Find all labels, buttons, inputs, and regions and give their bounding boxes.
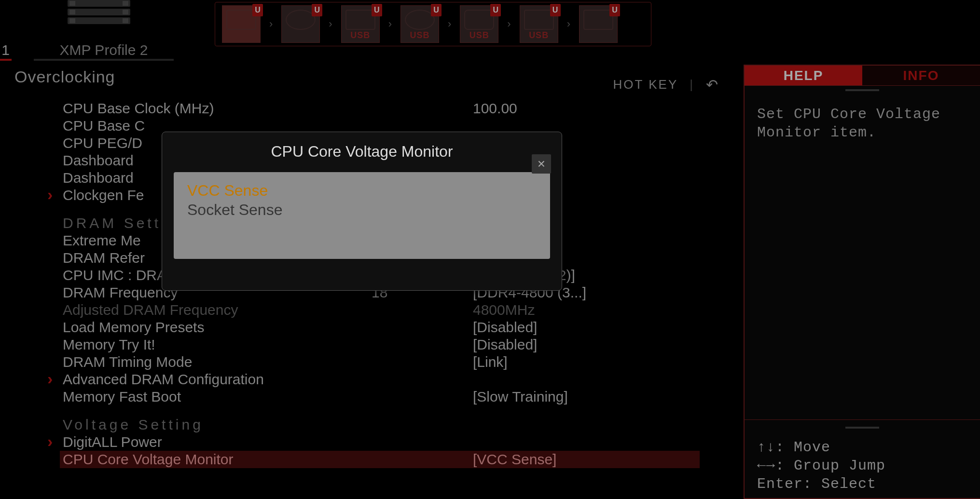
- setting-label: Adjusted DRAM Frequency: [63, 302, 372, 318]
- tab-xmp-profile-1[interactable]: 1: [0, 41, 12, 61]
- setting-row: Adjusted DRAM Frequency4800MHz: [63, 301, 700, 319]
- setting-label: Voltage Setting: [63, 417, 372, 433]
- setting-row[interactable]: CPU Core Voltage Monitor[VCC Sense]: [60, 451, 700, 468]
- help-text: Set CPU Core Voltage Monitor item.: [745, 94, 980, 152]
- disc-icon: [286, 10, 316, 30]
- boot-device-2[interactable]: USBU: [341, 5, 380, 43]
- drive-icon: [583, 10, 613, 30]
- uefi-badge: U: [372, 4, 382, 16]
- tab-help[interactable]: HELP: [745, 66, 862, 86]
- setting-row[interactable]: Memory Fast Boot[Slow Training]: [63, 388, 700, 405]
- boot-device-label: USB: [529, 30, 549, 40]
- uefi-badge: U: [431, 4, 442, 16]
- resize-grip-icon: [757, 427, 967, 434]
- boot-device-1[interactable]: U: [281, 5, 320, 43]
- tab-info[interactable]: INFO: [862, 66, 980, 86]
- disc-icon: [405, 10, 435, 30]
- key-hints: ↑↓: Move ←→: Group Jump Enter: Select: [745, 419, 980, 498]
- setting-row[interactable]: Load Memory Presets[Disabled]: [63, 319, 700, 336]
- setting-value: [VCC Sense]: [473, 451, 700, 468]
- uefi-badge: U: [252, 4, 263, 16]
- undo-icon[interactable]: ↶: [706, 76, 719, 93]
- setting-row[interactable]: Memory Try It![Disabled]: [63, 336, 700, 353]
- boot-device-3[interactable]: USBU: [400, 5, 439, 43]
- setting-value: [Disabled]: [473, 319, 700, 336]
- boot-device-6[interactable]: U: [579, 5, 618, 43]
- boot-device-label: USB: [350, 30, 370, 40]
- close-icon[interactable]: ×: [532, 154, 551, 174]
- setting-value: 4800MHz: [473, 302, 700, 318]
- help-sidebar: HELP INFO Set CPU Core Voltage Monitor i…: [744, 65, 980, 499]
- setting-label: Memory Fast Boot: [63, 389, 372, 405]
- chevron-right-icon: ›: [507, 18, 511, 30]
- setting-label: Advanced DRAM Configuration: [63, 371, 372, 388]
- dialog-option[interactable]: Socket Sense: [187, 200, 537, 219]
- setting-value: 100.00: [473, 100, 700, 117]
- separator: |: [690, 77, 694, 92]
- hint-groupjump: ←→: Group Jump: [757, 457, 967, 475]
- hotkey-bar: HOT KEY | ↶: [613, 76, 719, 93]
- uefi-badge: U: [312, 4, 322, 16]
- voltage-monitor-dialog: CPU Core Voltage Monitor × VCC SenseSock…: [162, 132, 562, 291]
- boot-device-5[interactable]: USBU: [520, 5, 558, 43]
- setting-row[interactable]: CPU Base Clock (MHz)100.00: [63, 100, 700, 117]
- setting-label: CPU Base Clock (MHz): [63, 100, 372, 117]
- hint-select: Enter: Select: [757, 475, 967, 493]
- hint-move: ↑↓: Move: [757, 438, 967, 457]
- dialog-options: VCC SenseSocket Sense: [174, 172, 550, 259]
- tab-label: HELP: [784, 68, 824, 83]
- resize-grip-icon: [745, 86, 980, 94]
- dialog-title: CPU Core Voltage Monitor: [162, 132, 562, 169]
- setting-row[interactable]: Advanced DRAM Configuration: [63, 371, 700, 388]
- tab-xmp-profile-2[interactable]: XMP Profile 2: [34, 41, 174, 61]
- setting-label: DigitALL Power: [63, 434, 372, 450]
- drive-icon: [226, 10, 256, 30]
- hotkey-label[interactable]: HOT KEY: [613, 77, 678, 92]
- boot-device-label: USB: [410, 30, 429, 40]
- chevron-right-icon: ›: [329, 18, 332, 30]
- setting-label: DRAM Timing Mode: [63, 354, 372, 370]
- uefi-badge: U: [490, 4, 501, 16]
- uefi-badge: U: [550, 4, 561, 16]
- boot-device-4[interactable]: USBU: [460, 5, 498, 43]
- ram-slots-icon: [68, 0, 130, 24]
- boot-device-label: USB: [469, 30, 489, 40]
- setting-row[interactable]: DRAM Timing Mode[Link]: [63, 353, 700, 371]
- uefi-badge: U: [609, 4, 620, 16]
- chevron-right-icon: ›: [269, 18, 273, 30]
- setting-label: Load Memory Presets: [63, 319, 372, 336]
- setting-label: Memory Try It!: [63, 337, 372, 353]
- chevron-right-icon: ›: [388, 18, 392, 30]
- boot-priority-strip: U›U›USBU›USBU›USBU›USBU›U: [215, 2, 651, 46]
- setting-row: Voltage Setting: [63, 416, 700, 433]
- chevron-right-icon: ›: [448, 18, 451, 30]
- device-icon: [464, 10, 494, 30]
- tab-label: XMP Profile 2: [60, 42, 148, 58]
- setting-value: [Disabled]: [473, 337, 700, 353]
- tab-label: 1: [1, 42, 10, 58]
- chevron-right-icon: ›: [567, 18, 570, 30]
- boot-device-0[interactable]: U: [222, 5, 261, 43]
- setting-value: [Slow Training]: [473, 389, 700, 405]
- dialog-option[interactable]: VCC Sense: [187, 181, 537, 200]
- setting-label: CPU Core Voltage Monitor: [63, 451, 372, 468]
- setting-value: [Link]: [473, 354, 700, 370]
- setting-row[interactable]: DigitALL Power: [63, 433, 700, 451]
- tab-label: INFO: [903, 68, 939, 83]
- drive-icon: [524, 10, 554, 30]
- drive-icon: [345, 10, 375, 30]
